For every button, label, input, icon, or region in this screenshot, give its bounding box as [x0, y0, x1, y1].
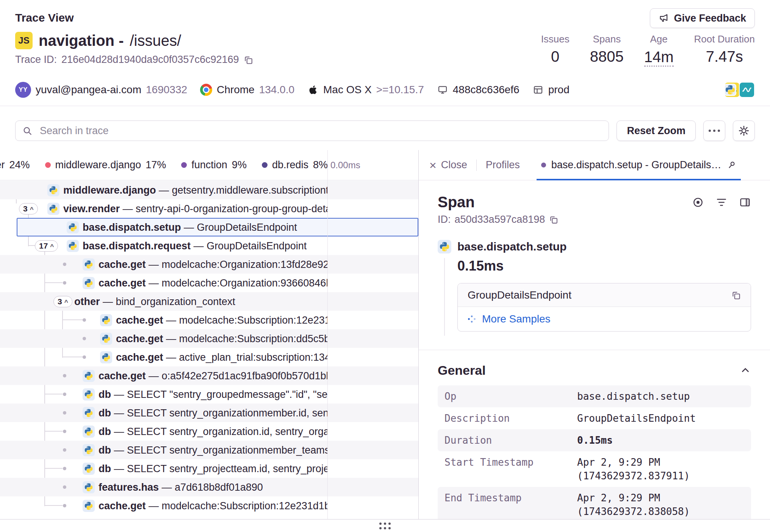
kv-row-description: DescriptionGroupDetailsEndpoint — [438, 407, 751, 429]
megaphone-icon — [659, 13, 669, 23]
span-row[interactable]: db — SELECT sentry_organizationmember.id… — [0, 404, 418, 422]
span-row-selected[interactable]: base.dispatch.setup — GroupDetailsEndpoi… — [0, 218, 418, 236]
span-op-name: base.dispatch.setup — [457, 240, 567, 253]
span-tree: middleware.django — getsentry.middleware… — [0, 181, 418, 519]
span-row[interactable]: cache.get — active_plan_trial:subscripti… — [0, 348, 418, 366]
drawer-resize-bar — [0, 519, 770, 532]
copy-icon[interactable] — [243, 55, 253, 65]
chevron-up-icon[interactable] — [740, 365, 751, 376]
span-row[interactable]: cache.get — modelcache:Organization:13fd… — [0, 255, 418, 274]
collapse-count-pill[interactable]: 3^ — [19, 203, 38, 214]
python-icon — [47, 184, 59, 196]
python-icon — [67, 221, 79, 233]
span-row[interactable]: db — SELECT sentry_projectteam.id, sentr… — [0, 459, 418, 478]
tab-profiles[interactable]: Profiles — [480, 159, 526, 171]
span-row-label: db — SELECT "sentry_groupedmessage"."id"… — [99, 388, 327, 400]
span-row[interactable]: cache.get — modelcache:Subscription:12e2… — [0, 496, 418, 515]
reset-zoom-button[interactable]: Reset Zoom — [617, 120, 696, 141]
span-row[interactable]: 17^base.dispatch.request — GroupDetailsE… — [0, 236, 418, 255]
python-icon — [83, 481, 95, 493]
span-row[interactable]: db — SELECT sentry_organization.id, sent… — [0, 422, 418, 441]
span-row[interactable]: db — SELECT sentry_organizationmember_te… — [0, 441, 418, 459]
general-section-heading: General — [438, 363, 486, 378]
span-row[interactable]: db — SELECT "sentry_groupedmessage"."id"… — [0, 385, 418, 404]
span-row[interactable]: cache.get — modelcache:Subscription:dd5c… — [0, 329, 418, 348]
drag-handle[interactable] — [379, 523, 391, 529]
collapse-count-pill[interactable]: 17^ — [35, 240, 58, 252]
copy-icon[interactable] — [731, 290, 741, 300]
search-input[interactable] — [39, 125, 603, 137]
span-row[interactable]: features.has — a7d618b8df01a890 — [0, 478, 418, 496]
legend-item: db.redis8% — [262, 159, 327, 171]
leaf-node-dot — [83, 355, 86, 359]
span-row[interactable]: cache.get — o:a5f42e275d1ac91fba90f0b570… — [0, 366, 418, 385]
leaf-node-dot — [83, 337, 86, 340]
apple-icon — [307, 84, 319, 95]
span-row-label: cache.get — o:a5f42e275d1ac91fba90f0b570… — [99, 370, 327, 382]
give-feedback-button[interactable]: Give Feedback — [650, 8, 755, 28]
tree-timeline-divider — [327, 150, 328, 519]
trace-main: other24%middleware.django17%function9%db… — [0, 150, 770, 519]
legend-item: function9% — [181, 159, 247, 171]
copy-icon[interactable] — [549, 215, 558, 224]
ops-legend: other24%middleware.django17%function9%db… — [0, 150, 327, 180]
chevron-up-icon: ^ — [50, 243, 54, 250]
panel-layout-icon[interactable] — [739, 196, 751, 208]
span-row[interactable]: middleware.django — getsentry.middleware… — [0, 181, 418, 199]
python-icon — [100, 314, 112, 326]
stat-root-duration: Root Duration7.47s — [694, 33, 755, 67]
python-icon — [67, 240, 79, 252]
leaf-node-dot — [83, 318, 86, 322]
span-description: GroupDetailsEndpoint — [468, 289, 571, 301]
trace-view-header: Trace View Give Feedback JS navigation -… — [0, 0, 770, 106]
stat-spans: Spans8805 — [590, 33, 624, 67]
span-heading: Span — [438, 194, 475, 211]
python-icon — [83, 407, 95, 419]
tab-active-span[interactable]: base.dispatch.setup - GroupDetails… — [537, 150, 741, 180]
focus-span-icon[interactable] — [692, 196, 704, 208]
span-row-label: base.dispatch.setup — GroupDetailsEndpoi… — [83, 221, 297, 233]
span-row-label: db — SELECT sentry_projectteam.id, sentr… — [99, 463, 327, 474]
span-row-label: db — SELECT sentry_organizationmember.id… — [99, 407, 327, 419]
trace-waterfall: other24%middleware.django17%function9%db… — [0, 150, 418, 519]
python-icon — [83, 463, 95, 475]
span-row[interactable]: 3^other — bind_organization_context — [0, 292, 418, 311]
span-row-label: cache.get — modelcache:Organization:9366… — [99, 277, 327, 289]
span-id-value: a50d33a597ca8198 — [455, 214, 545, 225]
python-icon — [83, 277, 95, 289]
more-samples-link[interactable]: More Samples — [458, 307, 751, 331]
leaf-node-dot — [63, 430, 66, 433]
section-divider — [419, 350, 770, 350]
stat-issues: Issues0 — [541, 33, 570, 67]
pin-icon[interactable] — [726, 160, 736, 170]
span-row-label: cache.get — modelcache:Organization:13fd… — [99, 258, 327, 270]
span-row[interactable]: cache.get — modelcache:Subscription:12e2… — [0, 311, 418, 329]
span-row[interactable]: 3^view.render — sentry-api-0-organizatio… — [0, 199, 418, 218]
page-title: Trace View — [15, 8, 74, 24]
span-row[interactable]: cache.get — modelcache:Organization:9366… — [0, 274, 418, 292]
legend-item: middleware.django17% — [45, 159, 166, 171]
transaction-path: /issues/ — [130, 32, 181, 49]
avatar: YY — [15, 82, 31, 98]
transaction-name: navigation - — [39, 32, 124, 49]
python-icon — [83, 388, 95, 401]
python-icon — [100, 333, 112, 345]
funnel-icon[interactable] — [715, 196, 728, 208]
leaf-node-dot — [63, 281, 66, 285]
search-icon — [22, 126, 33, 138]
chevron-up-icon: ^ — [30, 206, 34, 213]
span-row-label: middleware.django — getsentry.middleware… — [63, 184, 327, 196]
search-bar[interactable] — [15, 120, 609, 141]
close-drawer-button[interactable]: × Close — [423, 159, 473, 171]
trace-id-label: Trace ID: — [15, 54, 57, 66]
timeline-start-label: 0.00ms — [327, 150, 418, 180]
span-description-card: GroupDetailsEndpoint More Samples — [457, 283, 751, 332]
leaf-node-dot — [63, 467, 66, 470]
span-row-label: cache.get — active_plan_trial:subscripti… — [116, 351, 327, 363]
more-options-button[interactable] — [703, 120, 725, 141]
settings-button[interactable] — [733, 120, 755, 141]
general-kv-table: Opbase.dispatch.setupDescriptionGroupDet… — [438, 385, 751, 519]
drawer-body: Span ID: a50d33a597ca8198 — [419, 181, 770, 519]
python-icon — [83, 500, 95, 512]
collapse-count-pill[interactable]: 3^ — [53, 296, 72, 307]
